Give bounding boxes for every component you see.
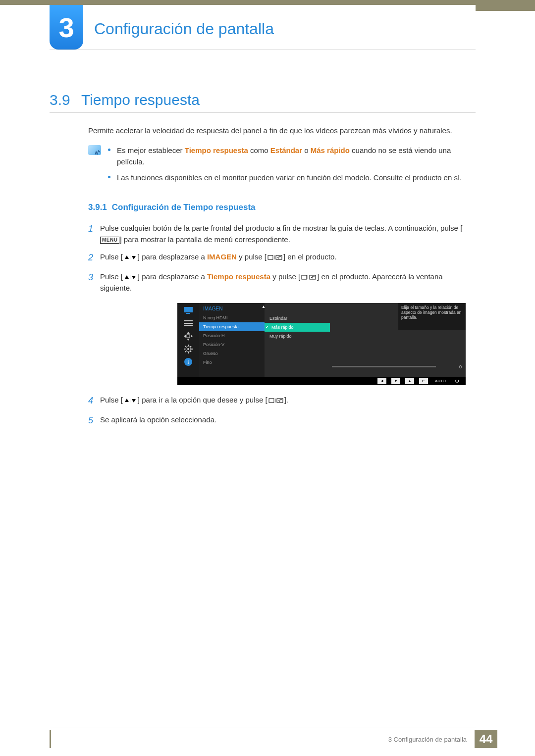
note-block: Es mejor establecer Tiempo respuesta com…	[88, 145, 476, 189]
svg-rect-21	[187, 335, 190, 338]
step-body: Pulse [] para desplazarse a Tiempo respu…	[100, 271, 476, 294]
keyword: Tiempo respuesta	[207, 272, 270, 281]
chapter-title: Configuración de pantalla	[94, 20, 274, 38]
page: 3 Configuración de pantalla 3.9 Tiempo r…	[0, 0, 535, 756]
monitor-icon	[182, 306, 194, 315]
svg-marker-20	[191, 335, 193, 338]
osd-option: Estándar	[265, 314, 330, 323]
keyword: IMAGEN	[207, 252, 237, 261]
text: Pulse [	[100, 396, 123, 404]
osd-option-selected: Más rápido	[265, 323, 330, 332]
step-number: 5	[88, 414, 100, 428]
steps-list: 1 Pulse cualquier botón de la parte fron…	[88, 222, 476, 428]
osd-menu-item: Fino	[199, 358, 265, 367]
footer-chapter-text: 3 Configuración de pantalla	[388, 730, 475, 748]
text: y pulse [	[237, 252, 267, 261]
svg-point-23	[187, 348, 189, 350]
svg-rect-35	[130, 399, 130, 403]
keyword: Estándar	[270, 146, 302, 154]
footer-bar: 3 Configuración de pantalla 44	[388, 730, 497, 748]
text: ] para desplazarse a	[138, 272, 207, 281]
osd-option: Muy rápido	[265, 332, 330, 341]
info-icon: i	[182, 357, 194, 366]
svg-marker-36	[132, 399, 136, 403]
osd-menu-screenshot: i IMAGEN N.neg HDMI Tiempo respuesta Pos…	[177, 303, 466, 385]
step-4: 4 Pulse [] para ir a la opción que desee…	[88, 394, 476, 408]
osd-menu-item: Posición-V	[199, 340, 265, 349]
list-icon	[182, 319, 194, 328]
svg-rect-3	[268, 255, 273, 259]
title-underline	[50, 50, 476, 50]
text: ].	[284, 396, 288, 404]
note-item-1: Es mejor establecer Tiempo respuesta com…	[108, 145, 476, 167]
svg-marker-2	[132, 256, 136, 259]
subsection-title: Configuración de Tiempo respuesta	[112, 202, 256, 212]
osd-menu-item: Posición-H	[199, 331, 265, 340]
svg-rect-10	[308, 275, 308, 279]
text: como	[248, 146, 270, 154]
intro-text: Permite acelerar la velocidad de respues…	[88, 125, 476, 136]
section-heading: 3.9 Tiempo respuesta	[50, 92, 476, 108]
osd-options-column: Estándar Más rápido Muy rápido	[265, 303, 330, 377]
text: Es mejor establecer	[117, 146, 185, 154]
svg-marker-8	[132, 276, 136, 279]
text: Pulse [	[100, 272, 123, 281]
svg-line-29	[190, 351, 191, 352]
osd-sidebar: i	[177, 303, 199, 377]
select-enter-icon	[268, 398, 283, 403]
osd-menu-item: Grueso	[199, 349, 265, 358]
note-list: Es mejor establecer Tiempo respuesta com…	[108, 145, 476, 189]
left-icon: ◄	[377, 378, 386, 384]
auto-label: AUTO	[435, 379, 446, 383]
footer-divider	[50, 727, 476, 727]
osd-menu-item-selected: Tiempo respuesta	[199, 322, 265, 331]
text: ] para desplazarse a	[138, 252, 207, 261]
step-body: Pulse cualquier botón de la parte fronta…	[100, 222, 476, 246]
scroll-up-icon: ▲	[262, 304, 266, 309]
svg-rect-15	[184, 323, 193, 324]
osd-footer: ◄ ▼ ▲ ↵ AUTO ⏻	[177, 377, 466, 385]
step-5: 5 Se aplicará la opción seleccionada.	[88, 414, 476, 428]
step-body: Pulse [] para ir a la opción que desee y…	[100, 394, 476, 408]
svg-rect-9	[302, 275, 307, 279]
text: Pulse cualquier botón de la parte fronta…	[100, 224, 462, 232]
svg-rect-37	[269, 399, 274, 403]
svg-rect-4	[274, 255, 274, 259]
svg-rect-12	[184, 307, 193, 312]
step-number: 3	[88, 271, 100, 294]
select-enter-icon	[268, 254, 282, 260]
svg-rect-38	[275, 399, 275, 403]
up-icon: ▲	[405, 378, 414, 384]
up-down-icon	[124, 274, 137, 280]
svg-rect-14	[184, 320, 193, 321]
step-3: 3 Pulse [] para desplazarse a Tiempo res…	[88, 271, 476, 294]
menu-button-icon: MENU	[100, 237, 119, 244]
section-underline	[50, 112, 476, 113]
osd-menu-column: IMAGEN N.neg HDMI Tiempo respuesta Posic…	[199, 303, 265, 377]
footer-page-number: 44	[475, 730, 497, 748]
note-icon	[88, 145, 101, 155]
power-icon: ⏻	[455, 379, 459, 383]
step-2: 2 Pulse [] para desplazarse a IMAGEN y p…	[88, 251, 476, 265]
svg-line-30	[185, 351, 186, 352]
svg-text:i: i	[187, 359, 189, 365]
svg-marker-34	[125, 399, 129, 402]
text: y pulse [	[270, 272, 300, 281]
subsection-number: 3.9.1	[88, 202, 107, 212]
up-down-icon	[124, 398, 137, 403]
osd-slider-value: 0	[459, 364, 462, 369]
step-number: 1	[88, 222, 100, 246]
text: o	[302, 146, 311, 154]
svg-line-31	[190, 346, 191, 347]
content-area: 3.9 Tiempo respuesta Permite acelerar la…	[50, 92, 476, 433]
note-item-2: Las funciones disponibles en el monitor …	[108, 172, 476, 184]
svg-rect-13	[186, 313, 190, 314]
svg-marker-17	[187, 332, 190, 334]
keyword: Más rápido	[311, 146, 350, 154]
osd-menu-title: IMAGEN	[199, 306, 265, 313]
svg-rect-1	[130, 255, 130, 259]
move-icon	[182, 332, 194, 341]
step-body: Pulse [] para desplazarse a IMAGEN y pul…	[100, 251, 476, 265]
svg-marker-19	[184, 335, 186, 338]
select-enter-icon	[301, 274, 316, 280]
